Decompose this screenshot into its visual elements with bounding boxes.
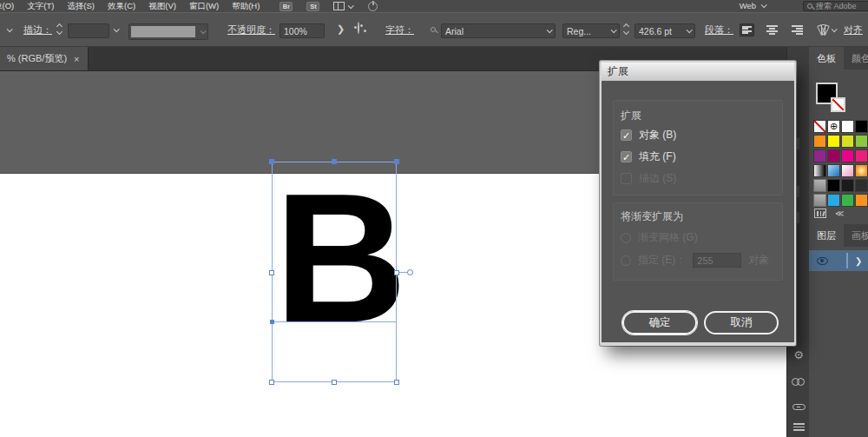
swatch[interactable]: [841, 149, 854, 162]
chevron-down-icon[interactable]: [832, 26, 838, 32]
align-center-icon[interactable]: [765, 23, 779, 36]
opacity-flyout-arrow[interactable]: ❯: [337, 23, 345, 35]
selection-handle-bottom-left[interactable]: [269, 380, 274, 385]
swatch[interactable]: [827, 135, 840, 148]
menu-icon[interactable]: [787, 421, 810, 435]
chevron-down-icon[interactable]: [348, 3, 354, 9]
menu-view[interactable]: 视图(V): [148, 1, 176, 12]
checkbox-row-stroke: 描边 (S): [621, 171, 676, 186]
menu-help[interactable]: 帮助(H): [232, 1, 260, 12]
swatch[interactable]: [855, 164, 868, 177]
opacity-field[interactable]: 100%: [279, 23, 325, 38]
font-size-field[interactable]: 426.6 pt: [635, 23, 695, 38]
search-placeholder: 搜索 Adobe: [816, 1, 857, 11]
gear-icon[interactable]: ⚙: [787, 348, 810, 361]
workspace-switcher-icon[interactable]: [333, 2, 345, 10]
gpu-power-icon[interactable]: [368, 2, 378, 11]
bridge-button[interactable]: Br: [279, 2, 293, 11]
swatch[interactable]: [813, 135, 826, 148]
swatch[interactable]: [827, 164, 840, 177]
swatch[interactable]: [813, 149, 826, 162]
document-tab[interactable]: % (RGB/预览) ×: [0, 47, 89, 70]
swatch[interactable]: [827, 179, 840, 192]
selection-handle-mid-left[interactable]: [269, 270, 274, 275]
swatch[interactable]: [813, 194, 826, 207]
swatch[interactable]: [841, 120, 854, 133]
dialog-title-bar[interactable]: 扩展: [602, 63, 794, 81]
align-left-icon[interactable]: [740, 23, 754, 36]
text-out-port[interactable]: [407, 269, 413, 275]
chevron-down-icon[interactable]: [114, 26, 120, 32]
checkbox-row-object[interactable]: ✓ 对象 (B): [621, 128, 676, 142]
cancel-button[interactable]: 取消: [704, 311, 779, 334]
swatch[interactable]: [855, 179, 868, 192]
swatch-libraries-icon[interactable]: [814, 209, 826, 218]
baseline-anchor[interactable]: [270, 320, 274, 324]
opacity-label[interactable]: 不透明度：: [227, 23, 275, 36]
visibility-eye-icon[interactable]: [817, 257, 828, 265]
checkbox-row-fill[interactable]: ✓ 填充 (F): [621, 149, 676, 164]
character-label[interactable]: 字符：: [385, 23, 414, 36]
tab-swatches[interactable]: 色板: [809, 47, 844, 70]
align-right-icon[interactable]: [790, 23, 805, 36]
menu-type[interactable]: 文字(T): [27, 1, 54, 12]
right-panel: 色板 颜色 ⊕ ≪ 图层 画板 ❯: [809, 47, 868, 437]
ok-button[interactable]: 确定: [622, 311, 697, 334]
chevron-down-icon[interactable]: [7, 26, 13, 32]
workspace-select[interactable]: Web: [740, 1, 756, 10]
recolor-artwork-icon[interactable]: [358, 22, 359, 34]
swatch[interactable]: [813, 120, 826, 133]
tab-artboards[interactable]: 画板: [844, 224, 868, 247]
paragraph-label[interactable]: 段落：: [705, 23, 733, 36]
menu-window[interactable]: 窗口(W): [189, 1, 219, 12]
stroke-label[interactable]: 描边：: [23, 23, 52, 36]
swatch[interactable]: [841, 194, 854, 207]
selection-handle-top-left[interactable]: [269, 159, 274, 164]
swatch[interactable]: [827, 149, 840, 162]
tab-color[interactable]: 颜色: [844, 47, 868, 70]
swatch[interactable]: [841, 164, 854, 177]
font-search-icon[interactable]: [431, 27, 436, 32]
link-icon[interactable]: [787, 400, 810, 413]
swatch[interactable]: [855, 149, 868, 162]
stroke-weight-field[interactable]: [68, 23, 109, 38]
swatch-kind-icon[interactable]: ≪: [835, 209, 844, 218]
layer-expand-icon[interactable]: ❯: [855, 256, 862, 266]
stroke-weight-stepper[interactable]: [57, 24, 62, 34]
swatch[interactable]: [855, 120, 868, 133]
stock-button[interactable]: St: [306, 2, 319, 11]
font-family-field[interactable]: Arial: [441, 23, 556, 38]
layers-tab-bar: 图层 画板: [809, 224, 868, 247]
selection-handle-top-right[interactable]: [394, 159, 399, 164]
swatch[interactable]: [827, 194, 840, 207]
swatch[interactable]: [855, 194, 868, 207]
selection-handle-mid-right[interactable]: [394, 270, 399, 275]
selection-handle-bottom-center[interactable]: [332, 380, 337, 385]
font-size-stepper[interactable]: [624, 24, 628, 34]
stroke-none-swatch[interactable]: [831, 97, 845, 112]
menu-select[interactable]: 选择(S): [67, 1, 95, 12]
close-icon[interactable]: ×: [74, 54, 79, 64]
layer-row[interactable]: ❯: [809, 250, 868, 271]
font-style-field[interactable]: Reg...: [562, 23, 620, 38]
checkbox-fill[interactable]: ✓: [621, 151, 632, 162]
selection-handle-top-center[interactable]: [332, 159, 337, 164]
fill-stroke-indicator[interactable]: [816, 83, 838, 104]
selection-handle-bottom-right[interactable]: [394, 380, 399, 385]
menu-effect[interactable]: 效果(C): [108, 1, 135, 12]
checkbox-object[interactable]: ✓: [621, 129, 632, 141]
swatch[interactable]: ⊕: [827, 120, 840, 133]
align-panel-label[interactable]: 对齐: [844, 23, 863, 36]
chevron-down-icon[interactable]: [761, 2, 767, 8]
selection-bounding-box: [272, 162, 397, 382]
creative-cloud-icon[interactable]: [787, 375, 810, 388]
swatch[interactable]: [841, 135, 854, 148]
variable-width-profile[interactable]: [128, 23, 208, 40]
swatch[interactable]: [841, 179, 854, 192]
tab-layers[interactable]: 图层: [809, 224, 844, 247]
swatch[interactable]: [855, 135, 868, 148]
swatch[interactable]: [813, 179, 826, 192]
swatch[interactable]: [813, 164, 826, 177]
search-input[interactable]: 搜索 Adobe: [803, 1, 868, 11]
menu-object[interactable]: 象(O): [0, 1, 14, 12]
